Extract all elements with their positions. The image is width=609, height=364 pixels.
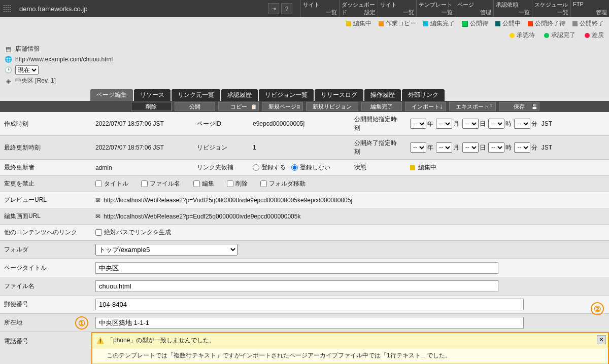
publish-button[interactable]: 公開: [175, 102, 215, 111]
nav-approve[interactable]: 承認依頼一覧: [493, 0, 532, 17]
import-icon: ⭳: [439, 104, 444, 110]
status-rejected: 差戻: [585, 31, 604, 40]
tab-revision-list[interactable]: リビジョン一覧: [259, 89, 314, 101]
label-updated: 最終更新時刻: [0, 140, 91, 155]
value-preview-url: ✉http://localhost/WebRelease2?p=Vudf25q0…: [91, 194, 609, 207]
title-input[interactable]: [95, 262, 498, 274]
label-rev: リビジョン: [193, 140, 249, 155]
tab-approve-hist[interactable]: 承認履歴: [221, 89, 258, 101]
pubstart-hour[interactable]: --: [488, 119, 504, 129]
help-icon[interactable]: ?: [281, 3, 292, 14]
top-nav-bar: demo.frameworks.co.jp ⇥ ? サイト一覧 ダッシュボード設…: [0, 0, 609, 17]
status-editdone: 編集完了: [423, 19, 455, 28]
pubend-day[interactable]: --: [462, 142, 479, 153]
tab-strip: ページ編集 リソース リンク元一覧 承認履歴 リビジョン一覧 リリースログ 操作…: [90, 89, 609, 101]
status-pubwait: 公開待: [462, 19, 488, 28]
time-select[interactable]: 現在: [15, 65, 39, 75]
status-approve-wait: 承認待: [510, 31, 535, 40]
label-folder: フォルダ: [0, 242, 91, 257]
lock-filename[interactable]: [141, 180, 148, 187]
warning-detail: このテンプレートでは「複数行テキスト」ですがインポートされたページアーカイブファ…: [92, 348, 608, 363]
pubstart-min[interactable]: --: [514, 119, 530, 129]
tab-linksrc[interactable]: リンク元一覧: [172, 89, 220, 101]
editdone-button[interactable]: 編集完了: [361, 102, 402, 111]
pubstart-year[interactable]: --: [410, 119, 426, 129]
tab-op-hist[interactable]: 操作履歴: [364, 89, 401, 101]
abs-path-check[interactable]: [95, 229, 102, 236]
pubend-controls: --年 --月 --日 --時 --分 JST: [406, 139, 609, 156]
linkcand-yes[interactable]: [253, 164, 259, 171]
address-input[interactable]: [95, 317, 524, 329]
export-icon: ⭱: [489, 104, 494, 110]
newrev-button[interactable]: 新規リビジョン: [306, 102, 358, 111]
save-button[interactable]: 保存💾: [499, 102, 539, 111]
nav-dashboard[interactable]: ダッシュボード設定: [339, 0, 378, 17]
mail-icon: ✉: [95, 213, 100, 220]
domain-label: demo.frameworks.co.jp: [14, 0, 92, 17]
doc-icon: 🗎: [296, 104, 301, 110]
import-button[interactable]: インポート⭳: [405, 102, 446, 111]
nav-schedule[interactable]: スケジュール一覧: [532, 0, 570, 17]
page-url: http://www.example.com/chuou.html: [15, 56, 113, 63]
app-logo: [0, 0, 14, 17]
folder-select[interactable]: トップ/example5: [95, 244, 238, 256]
pubstart-day[interactable]: --: [462, 119, 479, 129]
lock-title[interactable]: [95, 180, 102, 187]
zip-input[interactable]: [95, 299, 524, 310]
details-grid: 作成時刻 2022/07/07 18:57:06 JST ページID e9epc…: [0, 112, 609, 364]
clipboard-icon: 📋: [251, 104, 257, 110]
nav-site2[interactable]: サイト一覧: [378, 0, 416, 17]
warning-title: 「phone」の型が一致しませんでした。: [107, 336, 215, 345]
annotation-2: ②: [591, 302, 604, 315]
nav-ftp[interactable]: FTP管理: [570, 0, 609, 17]
store-icon: ▤: [4, 45, 12, 53]
status-workcopy: 作業コピー: [379, 19, 416, 28]
tab-release-log[interactable]: リリースログ: [315, 89, 363, 101]
tab-page-edit[interactable]: ページ編集: [90, 89, 133, 101]
delete-button[interactable]: 削除: [131, 102, 172, 111]
store-label: 店舗情報: [15, 45, 40, 53]
pubend-year[interactable]: --: [410, 142, 426, 153]
nav-page[interactable]: ページ管理: [455, 0, 493, 17]
pubstart-controls: --年 --月 --日 --時 --分 JST: [406, 116, 609, 132]
lock-foldermove[interactable]: [260, 180, 267, 187]
save-icon: 💾: [531, 104, 537, 110]
label-updater: 最終更新者: [0, 160, 91, 175]
pubend-month[interactable]: --: [436, 142, 452, 153]
label-pubstart: 公開開始指定時刻: [350, 112, 406, 135]
revision-label: 中央区 [Rev. 1]: [15, 77, 56, 85]
linkcand-no[interactable]: [291, 164, 298, 171]
nav-site[interactable]: サイト一覧: [300, 0, 339, 17]
pubend-min[interactable]: --: [514, 142, 530, 153]
nav-template[interactable]: テンプレート一覧: [416, 0, 455, 17]
tab-ext-link[interactable]: 外部リンク: [402, 89, 445, 101]
export-button[interactable]: エキスポート⭱: [449, 102, 496, 111]
tab-resource[interactable]: リソース: [134, 89, 171, 101]
filename-input[interactable]: [95, 280, 498, 292]
value-rev: 1: [249, 141, 350, 154]
rev-icon: ◈: [4, 77, 12, 85]
label-phone: 電話番号: [0, 332, 91, 349]
value-state: 編集中: [406, 160, 609, 175]
status-publive: 公開中: [495, 19, 521, 28]
mail-icon: ✉: [95, 197, 100, 204]
value-updater: admin: [91, 161, 193, 174]
copy-button[interactable]: コピー📋: [218, 102, 259, 111]
status-legend-1: 編集中 作業コピー 編集完了 公開待 公開中 公開終了待 公開終了: [0, 17, 609, 30]
annotation-1: ①: [75, 316, 88, 330]
lock-delete[interactable]: [227, 180, 233, 187]
lock-edit[interactable]: [193, 180, 200, 187]
pubend-hour[interactable]: --: [488, 142, 504, 153]
value-updated: 2022/07/07 18:57:06 JST: [91, 141, 193, 154]
label-file: ファイル名: [0, 279, 91, 294]
newpage-button[interactable]: 新規ページ🗎: [262, 102, 303, 111]
pubstart-month[interactable]: --: [436, 119, 452, 129]
label-edit-url: 編集画面URL: [0, 209, 91, 224]
label-pageid: ページID: [193, 117, 249, 131]
label-created: 作成時刻: [0, 117, 91, 131]
warning-icon: ⚠️: [96, 337, 104, 344]
collapse-icon[interactable]: ⇥: [268, 3, 279, 14]
warning-close-button[interactable]: ✕: [597, 335, 606, 344]
phone-warning-block: ✕ ⚠️「phone」の型が一致しませんでした。 このテンプレートでは「複数行テ…: [91, 332, 609, 364]
status-legend-2: 承認待 承認完了 差戻: [0, 30, 609, 44]
